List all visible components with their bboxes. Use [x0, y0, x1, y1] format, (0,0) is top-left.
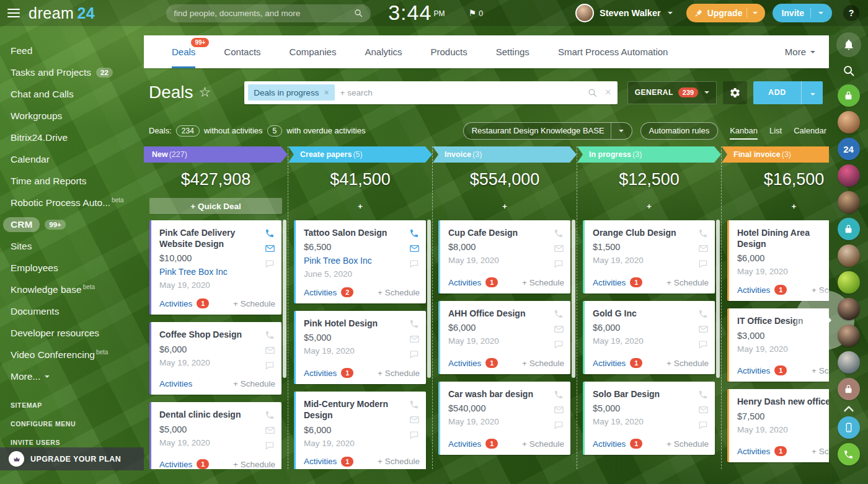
sidebar-item[interactable]: CRM 99+: [11, 213, 144, 235]
deal-card[interactable]: Dental clinic design $5,000 May 19, 2020…: [149, 402, 281, 469]
global-search[interactable]: [166, 4, 371, 22]
deal-title[interactable]: Gold G Inc: [593, 308, 694, 319]
crm-tab[interactable]: Deals 99+: [172, 35, 195, 68]
sidebar-link-sitemap[interactable]: SITEMAP: [11, 396, 144, 415]
deal-title[interactable]: Tattoo Salon Design: [304, 227, 405, 238]
automation-rules-button[interactable]: Automation rules: [640, 122, 719, 140]
deal-card[interactable]: Solo Bar Design $5,000 May 19, 2020 Acti…: [583, 382, 715, 455]
kanban-column-header[interactable]: Invoice(3): [433, 146, 577, 163]
crm-tab[interactable]: Analytics: [365, 35, 402, 68]
deal-card[interactable]: Orange Club Design $1,500 May 19, 2020 A…: [583, 220, 715, 294]
collapse-chevron-icon[interactable]: [845, 405, 852, 412]
avatar[interactable]: [838, 244, 860, 267]
activities-link[interactable]: Activities 1: [448, 358, 498, 368]
sidebar-item[interactable]: More...: [11, 365, 144, 387]
sidebar-item[interactable]: Workgroups: [11, 105, 144, 127]
deal-card[interactable]: Cup Cafe Design $8,000 May 19, 2020 Acti…: [438, 220, 570, 294]
kanban-column-header[interactable]: New(227): [144, 146, 288, 163]
column-scrollbar[interactable]: [427, 220, 431, 378]
rail-search-icon[interactable]: [839, 61, 858, 80]
schedule-link[interactable]: + Schedule: [812, 366, 829, 375]
activities-link[interactable]: Activities 1: [737, 285, 787, 295]
deal-title[interactable]: Coffee Shop Design: [159, 329, 261, 340]
avatar[interactable]: [838, 111, 860, 133]
quick-deal-button[interactable]: +: [583, 198, 715, 214]
favorite-star-icon[interactable]: ☆: [199, 84, 211, 101]
view-kanban[interactable]: Kanban: [730, 126, 758, 135]
invite-button[interactable]: Invite: [773, 4, 832, 22]
email-icon[interactable]: [409, 243, 420, 254]
comment-icon[interactable]: [554, 259, 564, 269]
crm-tab[interactable]: Contacts: [224, 35, 260, 68]
deal-title[interactable]: AHH Office Design: [448, 308, 550, 319]
sidebar-item[interactable]: Employees: [11, 257, 144, 279]
schedule-link[interactable]: + Schedule: [522, 359, 564, 368]
kanban-column-header[interactable]: Create papers(5): [288, 146, 432, 163]
sidebar-item[interactable]: Documents: [11, 300, 144, 322]
comment-icon[interactable]: [409, 430, 420, 440]
general-funnel-button[interactable]: GENERAL 239: [627, 81, 717, 104]
schedule-link[interactable]: + Schedule: [233, 379, 275, 388]
deal-title[interactable]: Pink Hotel Design: [304, 318, 405, 329]
deal-title[interactable]: Mid-Century Modern Design: [304, 398, 405, 421]
flag-counter[interactable]: ⚑0: [468, 8, 483, 18]
quick-deal-button[interactable]: +: [294, 198, 427, 214]
phone-icon[interactable]: [409, 319, 420, 329]
activities-link[interactable]: Activities 1: [304, 368, 353, 378]
column-scrollbar[interactable]: [572, 220, 575, 378]
activities-link[interactable]: Activities 1: [448, 277, 498, 287]
comment-icon[interactable]: [554, 339, 564, 349]
comment-icon[interactable]: [409, 259, 420, 269]
deal-card[interactable]: Pink Hotel Design $5,000 May 19, 2020 Ac…: [294, 311, 426, 384]
bitrix24-badge[interactable]: 24: [838, 138, 860, 160]
schedule-link[interactable]: + Schedule: [378, 369, 420, 378]
crm-tab[interactable]: Companies: [290, 35, 337, 68]
upgrade-plan-banner[interactable]: UPGRADE YOUR PLAN: [0, 447, 144, 470]
schedule-link[interactable]: + Schedule: [522, 278, 564, 287]
phone-icon[interactable]: [265, 228, 275, 238]
avatar[interactable]: [838, 164, 860, 187]
sidebar-link-configure-menu[interactable]: CONFIGURE MENU: [11, 415, 144, 433]
sidebar-item[interactable]: Calendar: [11, 148, 144, 170]
activities-link[interactable]: Activities 2: [304, 287, 353, 297]
deal-card[interactable]: AHH Office Design $6,000 May 19, 2020 Ac…: [438, 301, 570, 374]
activities-link[interactable]: Activities 1: [159, 459, 209, 469]
activities-link[interactable]: Activities 1: [737, 365, 787, 375]
settings-gear-button[interactable]: [723, 81, 747, 104]
sidebar-item[interactable]: Sites: [11, 235, 144, 257]
deal-title[interactable]: Solo Bar Design: [593, 388, 694, 400]
phone-icon[interactable]: [554, 390, 564, 400]
comment-icon[interactable]: [265, 361, 275, 370]
add-deal-button[interactable]: ADD: [753, 81, 823, 104]
email-icon[interactable]: [554, 324, 564, 334]
view-list[interactable]: List: [769, 126, 782, 135]
comment-icon[interactable]: [265, 441, 275, 450]
sidebar-item[interactable]: Bitrix24.Drive: [11, 127, 144, 148]
sidebar-item[interactable]: Robotic Process Auto... beta: [11, 192, 144, 213]
lock-icon-brown[interactable]: [838, 378, 860, 400]
schedule-link[interactable]: + Schedule: [233, 299, 275, 308]
phone-icon[interactable]: [698, 228, 709, 238]
sidebar-item[interactable]: Chat and Calls: [11, 83, 144, 105]
schedule-link[interactable]: + Schedule: [378, 457, 420, 466]
crm-tab[interactable]: More: [785, 35, 815, 68]
search-icon[interactable]: [587, 87, 598, 98]
email-icon[interactable]: [265, 425, 275, 436]
avatar[interactable]: [838, 325, 860, 347]
deal-card[interactable]: Gold G Inc $6,000 May 19, 2020 Activitie…: [583, 301, 715, 374]
column-scrollbar[interactable]: [716, 220, 720, 378]
avatar[interactable]: [838, 351, 860, 374]
deal-title[interactable]: Car wash bar design: [448, 388, 550, 400]
phone-icon[interactable]: [409, 400, 420, 410]
overdue-activities-count[interactable]: 5: [267, 125, 283, 137]
activities-link[interactable]: Activities 1: [448, 439, 498, 449]
filter-search-input[interactable]: [340, 88, 587, 97]
clock[interactable]: 3:44PM: [388, 2, 445, 24]
schedule-link[interactable]: + Schedule: [666, 278, 709, 287]
avatar[interactable]: [838, 271, 860, 294]
crm-tab[interactable]: Products: [430, 35, 467, 68]
view-calendar[interactable]: Calendar: [794, 126, 826, 135]
phone-icon[interactable]: [409, 228, 420, 238]
schedule-link[interactable]: + Schedule: [666, 359, 709, 368]
filter-chip[interactable]: Deals in progress ×: [248, 84, 334, 101]
